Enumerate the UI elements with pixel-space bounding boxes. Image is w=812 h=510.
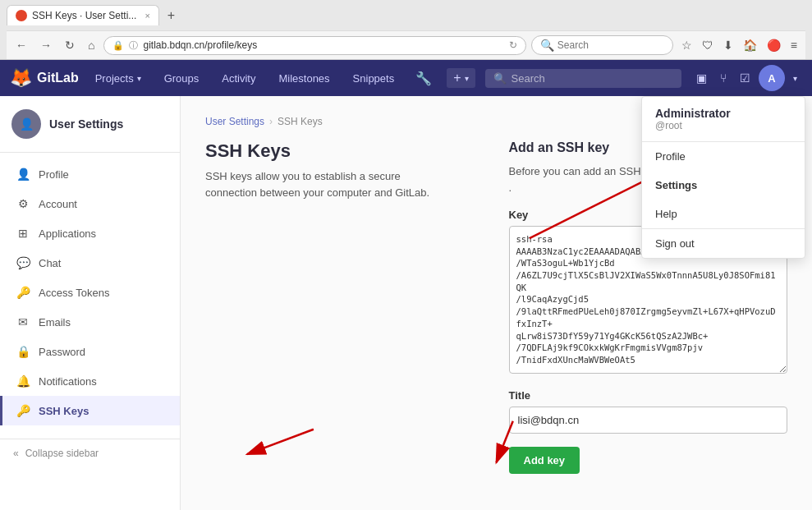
nav-search-box[interactable]: 🔍 xyxy=(485,69,681,88)
avatar-initial: A xyxy=(768,72,775,85)
address-bar[interactable]: 🔒 ⓘ ↻ xyxy=(103,36,525,55)
nav-projects[interactable]: Projects ▾ xyxy=(89,69,148,88)
tab-title: SSH Keys · User Setti... xyxy=(32,10,136,21)
new-tab-button[interactable]: + xyxy=(163,7,180,25)
admin-handle: @root xyxy=(655,120,791,131)
nav-milestones[interactable]: Milestones xyxy=(272,69,336,88)
sidebar-item-chat[interactable]: 💬 Chat xyxy=(0,248,180,278)
back-button[interactable]: ← xyxy=(11,37,31,53)
title-field-label: Title xyxy=(509,389,788,402)
breadcrumb-parent-link[interactable]: User Settings xyxy=(205,116,264,127)
bookmark-icon[interactable]: ☆ xyxy=(678,37,695,53)
nav-search-input[interactable] xyxy=(512,72,673,85)
page-title: SSH Keys xyxy=(205,140,484,162)
sidebar-item-access-tokens[interactable]: 🔑 Access Tokens xyxy=(0,278,180,307)
menu-icon[interactable]: ≡ xyxy=(787,37,801,53)
tab-bar: SSH Keys · User Setti... × + xyxy=(7,5,805,25)
browser-actions: ☆ 🛡 ⬇ 🏠 🔴 ≡ xyxy=(678,37,801,53)
avatar-icon: 👤 xyxy=(20,117,34,131)
sidebar-item-applications[interactable]: ⊞ Applications xyxy=(0,218,180,248)
gitlab-logo: 🦊 GitLab xyxy=(10,67,79,89)
active-tab[interactable]: SSH Keys · User Setti... × xyxy=(7,5,159,25)
sidebar-item-ssh-keys[interactable]: 🔑 SSH Keys xyxy=(0,396,180,425)
address-input[interactable] xyxy=(143,39,503,51)
sidebar-item-notifications[interactable]: 🔔 Notifications xyxy=(0,366,180,396)
download-icon[interactable]: ⬇ xyxy=(720,37,736,53)
dropdown-signout-link[interactable]: Sign out xyxy=(642,228,805,258)
reload-icon[interactable]: ↻ xyxy=(509,39,517,51)
tab-favicon xyxy=(16,10,27,21)
nav-right-icons: ▣ ⑂ ☑ A ▾ xyxy=(691,65,802,91)
sidebar-label-notifications: Notifications xyxy=(39,375,97,388)
logo-fox-icon: 🦊 xyxy=(10,67,32,89)
ssh-keys-icon: 🔑 xyxy=(16,404,30,417)
lock-icon: 🔒 xyxy=(112,40,124,51)
dropdown-profile-link[interactable]: Profile xyxy=(642,142,805,171)
sidebar-user-avatar: 👤 xyxy=(11,109,41,139)
browser-search-box[interactable]: 🔍 xyxy=(531,35,673,55)
sidebar-label-profile: Profile xyxy=(39,168,69,181)
page-description: SSH keys allow you to establish a secure… xyxy=(205,168,435,200)
collapse-sidebar-button[interactable]: « Collapse sidebar xyxy=(0,439,180,467)
ssh-left-panel: SSH Keys SSH keys allow you to establish… xyxy=(205,140,484,474)
notifications-icon: 🔔 xyxy=(16,374,30,388)
ssh-key-title-input[interactable] xyxy=(509,407,788,434)
sidebar-label-account: Account xyxy=(39,198,77,210)
nav-snippets[interactable]: Snippets xyxy=(346,69,401,88)
sidebar-label-access-tokens: Access Tokens xyxy=(39,287,109,299)
access-tokens-icon: 🔑 xyxy=(16,286,30,299)
user-dropdown-menu: Administrator @root Profile Settings Hel… xyxy=(641,96,805,259)
shield-icon[interactable]: 🛡 xyxy=(699,37,717,53)
home-button[interactable]: ⌂ xyxy=(84,37,99,53)
breadcrumb-current: SSH Keys xyxy=(278,116,323,127)
merge-request-icon[interactable]: ⑂ xyxy=(715,68,732,88)
sidebar-item-emails[interactable]: ✉ Emails xyxy=(0,307,180,337)
password-icon: 🔒 xyxy=(16,345,30,358)
refresh-button[interactable]: ↻ xyxy=(61,37,79,53)
profile-icon: 👤 xyxy=(16,168,30,181)
sidebar-item-profile[interactable]: 👤 Profile xyxy=(0,159,180,189)
extension-icon[interactable]: 🔴 xyxy=(764,37,784,53)
dropdown-settings-link[interactable]: Settings xyxy=(642,171,805,200)
collapse-icon: « xyxy=(13,448,19,459)
home-nav-icon[interactable]: 🏠 xyxy=(740,37,760,53)
dropdown-help-link[interactable]: Help xyxy=(642,200,805,228)
nav-activity[interactable]: Activity xyxy=(215,69,262,88)
admin-name: Administrator xyxy=(655,107,791,120)
browser-search-input[interactable] xyxy=(557,39,664,51)
sidebar-item-password[interactable]: 🔒 Password xyxy=(0,337,180,366)
navbar-wrapper: 🦊 GitLab Projects ▾ Groups Activity Mile… xyxy=(0,60,812,96)
breadcrumb-separator: › xyxy=(269,116,273,127)
avatar-chevron-icon[interactable]: ▾ xyxy=(788,71,802,86)
tab-close-button[interactable]: × xyxy=(145,11,149,21)
user-avatar-button[interactable]: A xyxy=(759,65,785,91)
sidebar-title: User Settings xyxy=(49,117,123,131)
sidebar-nav: 👤 Profile ⚙ Account ⊞ Applications 💬 Cha… xyxy=(0,153,180,432)
nav-plus-button[interactable]: + ▾ xyxy=(447,68,475,88)
sidebar-label-emails: Emails xyxy=(39,316,71,329)
sidebar-label-password: Password xyxy=(39,346,85,358)
gitlab-navbar: 🦊 GitLab Projects ▾ Groups Activity Mile… xyxy=(0,60,812,96)
issues-icon[interactable]: ☑ xyxy=(735,68,755,88)
emails-icon: ✉ xyxy=(16,315,30,329)
add-key-button[interactable]: Add key xyxy=(509,447,580,474)
description-after-text: . xyxy=(509,181,512,194)
sidebar: 👤 User Settings 👤 Profile ⚙ Account ⊞ Ap… xyxy=(0,96,181,510)
sidebar-label-ssh-keys: SSH Keys xyxy=(39,405,89,417)
chat-icon: 💬 xyxy=(16,256,30,269)
plus-icon: + xyxy=(453,71,461,85)
nav-groups[interactable]: Groups xyxy=(158,69,206,88)
collapse-label: Collapse sidebar xyxy=(25,448,99,459)
search-icon: 🔍 xyxy=(540,39,554,52)
projects-chevron-icon: ▾ xyxy=(137,74,141,83)
sidebar-item-account[interactable]: ⚙ Account xyxy=(0,189,180,218)
sidebar-header: 👤 User Settings xyxy=(0,96,180,153)
nav-search-icon: 🔍 xyxy=(493,72,507,85)
forward-button[interactable]: → xyxy=(36,37,56,53)
sidebar-label-applications: Applications xyxy=(39,227,96,240)
browser-toolbar: ← → ↻ ⌂ 🔒 ⓘ ↻ 🔍 ☆ 🛡 ⬇ 🏠 🔴 ≡ xyxy=(7,30,805,59)
wrench-icon[interactable]: 🔧 xyxy=(411,67,437,90)
gitlab-wordmark: GitLab xyxy=(37,71,79,85)
plus-chevron-icon: ▾ xyxy=(465,74,469,83)
sidebar-toggle-icon[interactable]: ▣ xyxy=(691,68,712,88)
